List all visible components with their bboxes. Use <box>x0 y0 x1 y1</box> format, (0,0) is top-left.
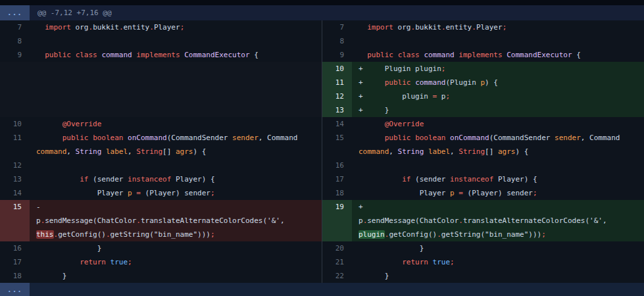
diff-row: 18 Player p = (Player) sender; <box>322 186 644 200</box>
diff-row: 10+ Plugin plugin; <box>322 62 644 76</box>
code-line: public class command implements CommandE… <box>352 48 644 62</box>
line-number[interactable]: 16 <box>322 159 352 172</box>
code-line: } <box>352 269 644 283</box>
code-line: import org.bukkit.entity.Player; <box>30 20 322 34</box>
line-number[interactable]: 11 <box>0 131 30 159</box>
empty-filler <box>0 62 322 117</box>
diff-row: 8 <box>322 34 644 48</box>
code-line: if (sender instanceof Player) { <box>30 172 322 186</box>
diff-row: 16 } <box>0 241 322 255</box>
line-number[interactable]: 12 <box>0 159 30 172</box>
diff-row: 12 <box>0 159 322 172</box>
hunk-range-text: @@ -7,12 +7,16 @@ <box>30 5 112 20</box>
code-line: } <box>30 241 322 255</box>
diff-row: 14 @Override <box>322 117 644 131</box>
code-line: } <box>30 269 322 283</box>
line-number[interactable]: 18 <box>322 186 352 200</box>
diff-row: 7 import org.bukkit.entity.Player; <box>0 20 322 34</box>
diff-footer: ... <box>0 283 644 296</box>
diff-row: 9 public class command implements Comman… <box>322 48 644 62</box>
old-code-pane: 7 import org.bukkit.entity.Player;89 pub… <box>0 20 322 283</box>
code-line: - p.sendMessage(ChatColor.translateAlter… <box>30 200 322 241</box>
diff-row: 10 @Override <box>0 117 322 131</box>
diff-row: 17 return true; <box>0 255 322 269</box>
code-line <box>30 34 322 48</box>
diff-row: 13+ } <box>322 103 644 117</box>
diff-row: 8 <box>0 34 322 48</box>
code-line: return true; <box>30 255 322 269</box>
diff-row: 12+ plugin = p; <box>322 89 644 103</box>
line-number[interactable]: 7 <box>322 20 352 34</box>
line-number[interactable]: 7 <box>0 20 30 34</box>
added-word-highlight: plugin <box>359 230 385 239</box>
code-line: Player p = (Player) sender; <box>352 186 644 200</box>
line-number[interactable]: 13 <box>322 103 352 117</box>
diff-row: 14 Player p = (Player) sender; <box>0 186 322 200</box>
diff-row: 15- p.sendMessage(ChatColor.translateAlt… <box>0 200 322 241</box>
code-line: + public command(Plugin p) { <box>352 76 644 89</box>
diff-row: 21 return true; <box>322 255 644 269</box>
diff-row: 7 import org.bukkit.entity.Player; <box>322 20 644 34</box>
line-number[interactable]: 17 <box>0 255 30 269</box>
line-number[interactable]: 15 <box>322 131 352 159</box>
code-line: return true; <box>352 255 644 269</box>
window-top-strip <box>0 0 644 5</box>
code-line <box>30 159 322 172</box>
code-line: public boolean onCommand(CommandSender s… <box>352 131 644 159</box>
line-number[interactable]: 13 <box>0 172 30 186</box>
code-line: + p.sendMessage(ChatColor.translateAlter… <box>352 200 644 241</box>
hunk-header: ... @@ -7,12 +7,16 @@ <box>0 5 644 20</box>
line-number[interactable]: 9 <box>322 48 352 62</box>
line-number[interactable]: 18 <box>0 269 30 283</box>
line-number[interactable]: 12 <box>322 89 352 103</box>
code-line: @Override <box>30 117 322 131</box>
diff-row: 18 } <box>0 269 322 283</box>
line-number[interactable]: 8 <box>322 34 352 48</box>
code-line: public class command implements CommandE… <box>30 48 322 62</box>
code-line: if (sender instanceof Player) { <box>352 172 644 186</box>
code-line: + } <box>352 103 644 117</box>
expand-below-button[interactable]: ... <box>0 283 30 296</box>
diff-row: 13 if (sender instanceof Player) { <box>0 172 322 186</box>
code-line: public boolean onCommand(CommandSender s… <box>30 131 322 159</box>
code-line <box>352 159 644 172</box>
code-line: Player p = (Player) sender; <box>30 186 322 200</box>
new-code-pane: 7 import org.bukkit.entity.Player;89 pub… <box>322 20 644 283</box>
line-number[interactable]: 17 <box>322 172 352 186</box>
diff-row: 17 if (sender instanceof Player) { <box>322 172 644 186</box>
line-number[interactable]: 19 <box>322 200 352 241</box>
line-number[interactable]: 22 <box>322 269 352 283</box>
removed-word-highlight: this <box>36 230 54 239</box>
diff-row: 11+ public command(Plugin p) { <box>322 76 644 89</box>
code-line: + plugin = p; <box>352 89 644 103</box>
line-number[interactable]: 8 <box>0 34 30 48</box>
line-number[interactable]: 16 <box>0 241 30 255</box>
line-number[interactable]: 15 <box>0 200 30 241</box>
code-line <box>352 34 644 48</box>
line-number[interactable]: 14 <box>0 186 30 200</box>
line-number[interactable]: 9 <box>0 48 30 62</box>
code-line: @Override <box>352 117 644 131</box>
code-line: + Plugin plugin; <box>352 62 644 76</box>
code-line: import org.bukkit.entity.Player; <box>352 20 644 34</box>
diff-row: 16 <box>322 159 644 172</box>
diff-row: 22 } <box>322 269 644 283</box>
line-number[interactable]: 14 <box>322 117 352 131</box>
diff-row: 9 public class command implements Comman… <box>0 48 322 62</box>
line-number[interactable]: 10 <box>0 117 30 131</box>
line-number[interactable]: 20 <box>322 241 352 255</box>
code-line: } <box>352 241 644 255</box>
line-number[interactable]: 11 <box>322 76 352 89</box>
diff-row: 11 public boolean onCommand(CommandSende… <box>0 131 322 159</box>
diff-row: 19+ p.sendMessage(ChatColor.translateAlt… <box>322 200 644 241</box>
split-diff: 7 import org.bukkit.entity.Player;89 pub… <box>0 20 644 283</box>
diff-row: 20 } <box>322 241 644 255</box>
line-number[interactable]: 21 <box>322 255 352 269</box>
diff-row: 15 public boolean onCommand(CommandSende… <box>322 131 644 159</box>
line-number[interactable]: 10 <box>322 62 352 76</box>
expand-hunk-button[interactable]: ... <box>0 5 30 20</box>
